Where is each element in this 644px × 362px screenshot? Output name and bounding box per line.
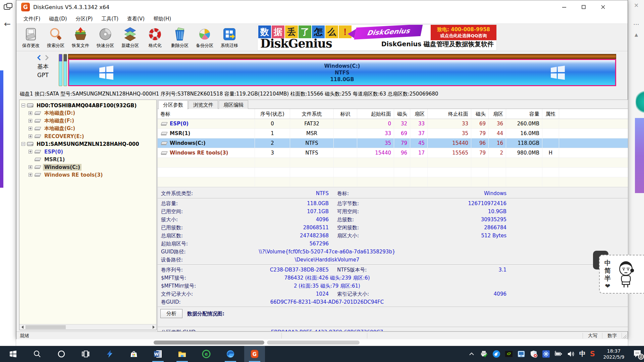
tree-item-4[interactable]: RECOVERY(E:) [19,132,156,140]
tree-item-3[interactable]: 本地磁盘(G:) [19,125,156,132]
tray-volume-icon[interactable] [567,350,575,358]
column-header-8[interactable]: 磁头 [471,109,489,119]
prev-disk-icon[interactable] [37,55,42,60]
resize-grip[interactable] [623,335,627,339]
menu-item-2[interactable]: 分区(P) [71,14,97,24]
toolbar-button-search-partition[interactable]: 搜索分区 [43,24,68,51]
tray-chevron-up-icon[interactable] [468,350,476,358]
toolbar-button-backup-partition[interactable]: 备份分区 [192,24,217,51]
msr-partition-strip[interactable] [63,54,67,86]
taskbar-cortana-button[interactable] [51,346,72,362]
collapse-minus-icon[interactable] [21,142,25,146]
windows-c-partition-block[interactable]: Windows(C:) NTFS 118.0GB [68,59,616,86]
tree-item-1[interactable]: 本地磁盘(D:) [19,109,156,117]
expand-plus-icon[interactable] [29,134,32,138]
tab-1[interactable]: 浏览文件 [189,100,218,109]
expand-plus-icon[interactable] [29,119,32,123]
scroll-left-icon[interactable] [19,324,25,330]
toolbar-button-save[interactable]: 保存更改 [18,24,43,51]
scrollbar-thumb[interactable] [25,325,66,329]
taskbar-explorer-button[interactable] [172,346,193,362]
expand-plus-icon[interactable] [29,150,32,154]
toolbar-button-recover-files[interactable]: 恢复文件 [68,24,93,51]
close-button[interactable] [593,0,613,14]
taskbar-word-button[interactable]: W [148,346,168,362]
analyze-button[interactable]: 分析 [160,309,182,318]
taskbar-browser-360-button[interactable]: e [196,346,217,362]
next-disk-icon[interactable] [44,55,49,60]
column-header-0[interactable]: 卷标 [158,109,255,119]
expand-plus-icon[interactable] [29,173,32,177]
windows-logo-icon [550,65,566,80]
table-row-MSR(1)[interactable]: MSR(1)1MSR33693735794416.0MB [158,129,628,138]
menu-item-4[interactable]: 查看(V) [123,14,149,24]
column-header-9[interactable]: 扇区 [489,109,506,119]
ad-banner[interactable]: 数据丢了怎么！ DiskGenius 致电: 400-008-9958 或点击此… [257,24,497,51]
collapse-minus-icon[interactable] [21,104,25,107]
notification-center-button[interactable]: 2 [633,349,643,359]
column-header-5[interactable]: 磁头 [394,109,410,119]
taskbar-diskgenius-button[interactable]: G [244,346,265,362]
tree-item-9[interactable]: Windows RE tools(3) [19,171,156,179]
column-header-2[interactable]: 文件系统 [290,109,334,119]
tree-item-6[interactable]: ESP(0) [19,148,156,156]
toolbar-button-quick-partition[interactable]: 快速分区 [93,24,118,51]
maximize-button[interactable] [574,0,593,14]
column-header-3[interactable]: 标识 [334,109,357,119]
column-header-4[interactable]: 起始柱面 [357,109,394,119]
taskbar-search-button[interactable] [27,346,48,362]
minimize-button[interactable] [554,0,574,14]
tray-defender-icon[interactable] [530,350,538,358]
toolbar-button-delete-partition[interactable]: 删除分区 [167,24,192,51]
tray-intel-icon[interactable] [517,350,525,358]
menu-item-1[interactable]: 磁盘(D) [45,14,71,24]
column-header-6[interactable]: 扇区 [410,109,428,119]
column-header-10[interactable]: 容量 [506,109,542,119]
tab-2[interactable]: 扇区编辑 [219,100,248,109]
back-arrow-icon[interactable]: ← [4,19,11,29]
taskbar-store-button[interactable] [123,346,144,362]
toolbar-button-system-migrate[interactable]: 系统迁移 [217,24,242,51]
column-header-1[interactable]: 序号(状态) [255,109,290,119]
ime-indicator[interactable]: 中 [579,350,586,358]
background-close-icon[interactable]: ✕ [628,2,644,9]
tree-horizontal-scrollbar[interactable] [19,324,156,330]
taskbar-bolt-app-button[interactable] [99,346,120,362]
tree-item-8[interactable]: Windows(C:) [19,163,156,171]
tray-printer-icon[interactable] [480,350,488,358]
ad-qq-link[interactable]: 或点击此处选择QQ咨询 [440,33,487,39]
ad-contact[interactable]: 致电: 400-008-9958 或点击此处选择QQ咨询 [431,25,496,40]
sogou-ime-widget[interactable]: 中简半❤ [599,255,644,294]
table-row-Windows(C:)[interactable]: Windows(C:)2NTFS357945154409616118.0GB [158,138,628,148]
menu-item-3[interactable]: 工具(T) [97,14,123,24]
expand-plus-icon[interactable] [29,111,32,115]
tree-item-2[interactable]: 本地磁盘(F:) [19,117,156,125]
tree-item-5[interactable]: HD1:SAMSUNGMZNLN128HAHQ-000 [19,140,156,148]
toolbar-button-format[interactable]: 格式化 [143,24,167,51]
toolbar-button-new-partition[interactable]: 新建分区 [118,24,143,51]
scroll-right-icon[interactable] [151,324,156,330]
taskbar-edge-button[interactable] [220,346,241,362]
table-row-Windows RE tools(3)[interactable]: Windows RE tools(3)3NTFS1544096171556579… [158,148,628,158]
tree-item-0[interactable]: HD0:TOSHIBAMQ04ABF100(932GB) [19,102,156,109]
tray-bird-icon[interactable] [492,350,500,358]
tray-snowflake-icon[interactable] [542,350,550,358]
menu-item-5[interactable]: 帮助(H) [149,14,175,24]
sogou-icon[interactable]: S [590,350,595,358]
column-header-7[interactable]: 终止柱面 [428,109,471,119]
expand-plus-icon[interactable] [29,127,32,130]
taskbar-task-view-button[interactable] [75,346,96,362]
taskbar-clock[interactable]: 18:372022/5/9 [599,348,628,360]
tab-0[interactable]: 分区参数 [158,100,188,109]
taskbar-start-button[interactable] [3,346,23,362]
esp-partition-strip[interactable] [59,54,62,86]
menu-item-0[interactable]: 文件(F) [19,14,45,24]
background-scroll-up-icon[interactable]: ▲ [628,32,644,37]
expand-plus-icon[interactable] [29,165,32,169]
tray-nvidia-icon[interactable] [505,350,513,358]
column-header-11[interactable]: 属性 [542,109,559,119]
tree-item-7[interactable]: MSR(1) [19,156,156,163]
background-more-icon[interactable]: ⋯ [628,21,644,27]
tray-battery-icon[interactable] [554,350,562,358]
table-row-ESP(0)[interactable]: ESP(0)0FAT3203233336936260.0MB [158,119,628,129]
